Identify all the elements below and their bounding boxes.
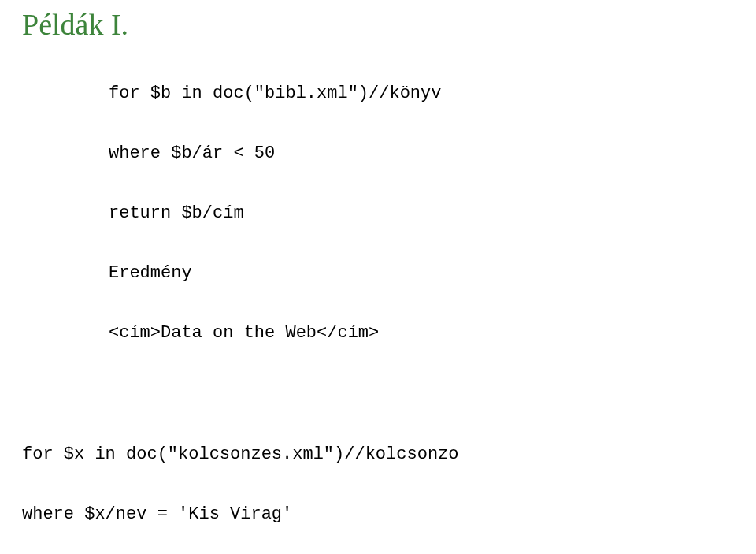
- code-line: where $b/ár < 50: [109, 143, 734, 163]
- slide: Példák I. for $b in doc("bibl.xml")//kön…: [0, 0, 756, 554]
- page-title: Példák I.: [22, 8, 734, 43]
- code-line: <cím>Data on the Web</cím>: [109, 323, 734, 343]
- code-line: for $x in doc("kolcsonzes.xml")//kolcson…: [22, 444, 734, 464]
- code-line: return $b/cím: [109, 203, 734, 223]
- code-example-1: for $b in doc("bibl.xml")//könyv where $…: [109, 44, 734, 383]
- code-line: for $b in doc("bibl.xml")//könyv: [109, 84, 734, 103]
- code-line: where $x/nev = 'Kis Virag': [22, 504, 734, 524]
- code-line: Eredmény: [109, 263, 734, 283]
- code-example-2: for $x in doc("kolcsonzes.xml")//kolcson…: [22, 405, 734, 554]
